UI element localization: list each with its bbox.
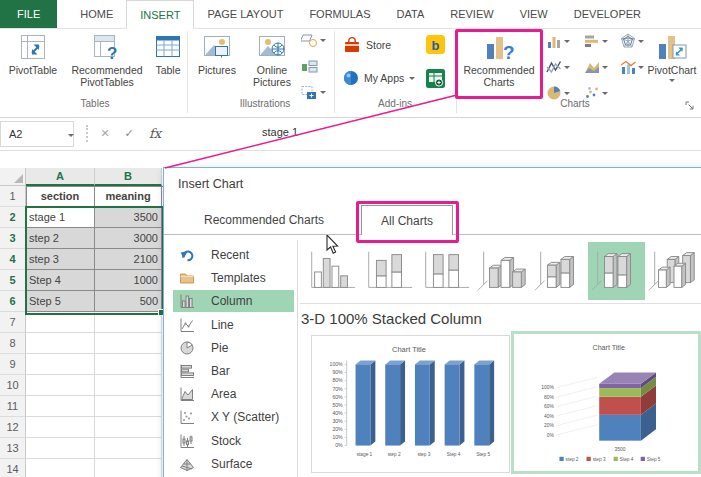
cell-B4[interactable]: 2100 [95,249,162,270]
store-button[interactable]: Store [343,36,391,54]
cell-A1[interactable]: section [26,186,95,207]
name-box[interactable]: A2 [0,121,74,147]
row-header-6[interactable]: 6 [0,291,26,312]
cell-A8[interactable] [26,333,95,354]
ribbon-tab-formulas[interactable]: FORMULAS [296,0,383,28]
chart-type-area[interactable]: Area [173,383,294,405]
formula-input[interactable]: stage 1 [262,126,298,138]
apps-for-office-button[interactable] [426,69,445,88]
row-header-5[interactable]: 5 [0,270,26,291]
cell-B5[interactable]: 1000 [95,270,162,291]
row-header-11[interactable]: 11 [0,396,26,417]
recommended-charts-button[interactable]: ? Recommended Charts [459,30,539,88]
cell-A6[interactable]: Step 5 [26,291,95,312]
cell-B2[interactable]: 3500 [95,207,162,228]
chart-type-line[interactable]: Line [173,314,294,336]
row-header-14[interactable]: 14 [0,459,26,477]
column-header-B[interactable]: B [95,168,162,186]
shapes-button[interactable] [301,33,326,48]
cell-A7[interactable] [26,312,95,333]
smartart-button[interactable] [301,59,318,74]
cell-A11[interactable] [26,396,95,417]
cell-A13[interactable] [26,438,95,459]
ribbon-tab-file[interactable]: FILE [0,0,57,28]
select-all-button[interactable] [0,168,26,186]
enter-button[interactable]: ✓ [118,121,140,145]
recommended-pivottables-button[interactable]: ? Recommended PivotTables [62,30,152,88]
cell-B12[interactable] [95,417,162,438]
cell-B13[interactable] [95,438,162,459]
insert-function-button[interactable]: fx [142,121,168,145]
cell-B14[interactable] [95,459,162,477]
row-header-2[interactable]: 2 [0,207,26,228]
cell-B7[interactable] [95,312,162,333]
row-header-10[interactable]: 10 [0,375,26,396]
cell-A12[interactable] [26,417,95,438]
chart-type-x-y-scatter-[interactable]: X Y (Scatter) [173,406,294,428]
cell-A9[interactable] [26,354,95,375]
chart-type-surface[interactable]: Surface [173,453,294,475]
online-pictures-button[interactable]: Online Pictures [245,30,299,88]
subtype-3-d-column[interactable] [645,242,701,300]
tab-recommended-charts[interactable]: Recommended Charts [171,206,357,234]
insert-bar-chart-button[interactable] [584,33,608,49]
cell-B6[interactable]: 500 [95,291,162,312]
name-box-caret-icon[interactable] [68,134,74,140]
ribbon-tab-page-layout[interactable]: PAGE LAYOUT [194,0,296,28]
chart-type-pie[interactable]: Pie [173,337,294,359]
row-header-8[interactable]: 8 [0,333,26,354]
tab-all-charts[interactable]: All Charts [361,205,453,235]
insert-column-chart-button[interactable] [546,33,570,49]
insert-combo-chart-button[interactable] [620,59,644,75]
subtype-3-d-100-stacked-column[interactable] [588,242,645,300]
subtype-clustered-column[interactable] [303,242,360,300]
chart-preview-1[interactable]: Chart Title100%90%80%70%60%50%40%30%20%1… [311,335,510,473]
chart-type-templates[interactable]: Templates [173,267,294,289]
subtype-stacked-column[interactable] [360,242,417,300]
charts-dialog-launcher[interactable] [685,101,695,111]
subtype-100-stacked-column[interactable] [417,242,474,300]
chart-type-stock[interactable]: Stock [173,430,294,452]
cell-A14[interactable] [26,459,95,477]
cell-B10[interactable] [95,375,162,396]
column-header-A[interactable]: A [26,168,95,186]
chart-type-recent[interactable]: Recent [173,244,294,266]
cell-B1[interactable]: meaning [95,186,162,207]
ribbon-tab-data[interactable]: DATA [384,0,438,28]
bing-maps-button[interactable]: b [426,35,445,54]
subtype-3-d-stacked-column[interactable] [531,242,588,300]
cell-B3[interactable]: 3000 [95,228,162,249]
row-header-13[interactable]: 13 [0,438,26,459]
insert-line-chart-button[interactable] [546,59,570,75]
cell-B11[interactable] [95,396,162,417]
ribbon-tab-view[interactable]: VIEW [507,0,561,28]
cell-A3[interactable]: step 2 [26,228,95,249]
ribbon-tab-review[interactable]: REVIEW [437,0,506,28]
row-header-3[interactable]: 3 [0,228,26,249]
ribbon-tab-home[interactable]: HOME [67,0,126,28]
chart-type-column[interactable]: Column [173,290,294,312]
pivottable-button[interactable]: PivotTable [6,30,60,76]
cell-B9[interactable] [95,354,162,375]
cell-A5[interactable]: Step 4 [26,270,95,291]
my-apps-button[interactable]: My Apps [343,70,415,86]
row-header-12[interactable]: 12 [0,417,26,438]
chart-type-bar[interactable]: Bar [173,360,294,382]
cell-A2[interactable]: stage 1 [26,207,95,228]
insert-radar-chart-button[interactable] [620,33,644,49]
pivotchart-button[interactable]: PivotChart [645,30,699,85]
table-button[interactable]: Table [150,30,186,76]
cell-B8[interactable] [95,333,162,354]
subtype-3-d-clustered-column[interactable] [474,242,531,300]
ribbon-tab-insert[interactable]: INSERT [126,0,194,29]
row-header-4[interactable]: 4 [0,249,26,270]
chart-preview-2-selected[interactable]: Chart Title100%80%60%40%20%0%3500step 2s… [511,331,701,474]
insert-area-chart-button[interactable] [584,59,608,75]
row-header-7[interactable]: 7 [0,312,26,333]
cancel-button[interactable]: ✕ [94,121,116,145]
row-header-9[interactable]: 9 [0,354,26,375]
cell-A10[interactable] [26,375,95,396]
row-header-1[interactable]: 1 [0,186,26,207]
ribbon-tab-developer[interactable]: DEVELOPER [561,0,654,28]
pictures-button[interactable]: Pictures [191,30,243,76]
